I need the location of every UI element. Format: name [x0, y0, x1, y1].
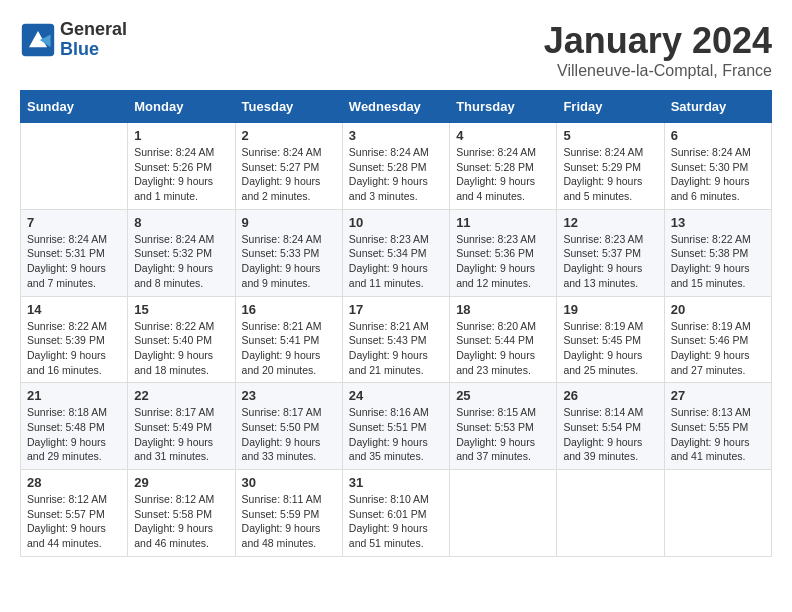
calendar-cell — [664, 470, 771, 557]
day-number: 30 — [242, 475, 336, 490]
weekday-header-tuesday: Tuesday — [235, 91, 342, 123]
day-info: Sunrise: 8:24 AM Sunset: 5:27 PM Dayligh… — [242, 145, 336, 204]
calendar-cell: 6Sunrise: 8:24 AM Sunset: 5:30 PM Daylig… — [664, 123, 771, 210]
calendar-cell: 2Sunrise: 8:24 AM Sunset: 5:27 PM Daylig… — [235, 123, 342, 210]
calendar-cell: 14Sunrise: 8:22 AM Sunset: 5:39 PM Dayli… — [21, 296, 128, 383]
day-number: 3 — [349, 128, 443, 143]
day-info: Sunrise: 8:20 AM Sunset: 5:44 PM Dayligh… — [456, 319, 550, 378]
day-info: Sunrise: 8:22 AM Sunset: 5:40 PM Dayligh… — [134, 319, 228, 378]
calendar-cell: 19Sunrise: 8:19 AM Sunset: 5:45 PM Dayli… — [557, 296, 664, 383]
calendar-cell: 18Sunrise: 8:20 AM Sunset: 5:44 PM Dayli… — [450, 296, 557, 383]
day-number: 17 — [349, 302, 443, 317]
calendar-cell: 9Sunrise: 8:24 AM Sunset: 5:33 PM Daylig… — [235, 209, 342, 296]
day-number: 2 — [242, 128, 336, 143]
day-number: 18 — [456, 302, 550, 317]
calendar-cell: 1Sunrise: 8:24 AM Sunset: 5:26 PM Daylig… — [128, 123, 235, 210]
day-info: Sunrise: 8:24 AM Sunset: 5:32 PM Dayligh… — [134, 232, 228, 291]
month-year-title: January 2024 — [544, 20, 772, 62]
calendar-week-row: 7Sunrise: 8:24 AM Sunset: 5:31 PM Daylig… — [21, 209, 772, 296]
page-header: General Blue January 2024 Villeneuve-la-… — [20, 20, 772, 80]
day-number: 24 — [349, 388, 443, 403]
calendar-cell: 3Sunrise: 8:24 AM Sunset: 5:28 PM Daylig… — [342, 123, 449, 210]
day-number: 25 — [456, 388, 550, 403]
day-number: 7 — [27, 215, 121, 230]
title-block: January 2024 Villeneuve-la-Comptal, Fran… — [544, 20, 772, 80]
weekday-header-saturday: Saturday — [664, 91, 771, 123]
day-info: Sunrise: 8:23 AM Sunset: 5:34 PM Dayligh… — [349, 232, 443, 291]
day-number: 31 — [349, 475, 443, 490]
day-number: 26 — [563, 388, 657, 403]
day-number: 9 — [242, 215, 336, 230]
day-number: 1 — [134, 128, 228, 143]
day-info: Sunrise: 8:21 AM Sunset: 5:43 PM Dayligh… — [349, 319, 443, 378]
day-info: Sunrise: 8:12 AM Sunset: 5:57 PM Dayligh… — [27, 492, 121, 551]
logo-general-text: General — [60, 19, 127, 39]
day-info: Sunrise: 8:23 AM Sunset: 5:37 PM Dayligh… — [563, 232, 657, 291]
calendar-cell: 24Sunrise: 8:16 AM Sunset: 5:51 PM Dayli… — [342, 383, 449, 470]
calendar-week-row: 28Sunrise: 8:12 AM Sunset: 5:57 PM Dayli… — [21, 470, 772, 557]
calendar-week-row: 14Sunrise: 8:22 AM Sunset: 5:39 PM Dayli… — [21, 296, 772, 383]
calendar-cell: 12Sunrise: 8:23 AM Sunset: 5:37 PM Dayli… — [557, 209, 664, 296]
day-info: Sunrise: 8:24 AM Sunset: 5:28 PM Dayligh… — [349, 145, 443, 204]
location-subtitle: Villeneuve-la-Comptal, France — [544, 62, 772, 80]
weekday-header-friday: Friday — [557, 91, 664, 123]
day-info: Sunrise: 8:22 AM Sunset: 5:38 PM Dayligh… — [671, 232, 765, 291]
calendar-cell: 28Sunrise: 8:12 AM Sunset: 5:57 PM Dayli… — [21, 470, 128, 557]
day-info: Sunrise: 8:12 AM Sunset: 5:58 PM Dayligh… — [134, 492, 228, 551]
day-info: Sunrise: 8:16 AM Sunset: 5:51 PM Dayligh… — [349, 405, 443, 464]
day-number: 14 — [27, 302, 121, 317]
calendar-cell: 26Sunrise: 8:14 AM Sunset: 5:54 PM Dayli… — [557, 383, 664, 470]
day-number: 20 — [671, 302, 765, 317]
day-number: 6 — [671, 128, 765, 143]
day-info: Sunrise: 8:10 AM Sunset: 6:01 PM Dayligh… — [349, 492, 443, 551]
calendar-cell: 11Sunrise: 8:23 AM Sunset: 5:36 PM Dayli… — [450, 209, 557, 296]
weekday-header-monday: Monday — [128, 91, 235, 123]
calendar-cell: 30Sunrise: 8:11 AM Sunset: 5:59 PM Dayli… — [235, 470, 342, 557]
calendar-cell: 31Sunrise: 8:10 AM Sunset: 6:01 PM Dayli… — [342, 470, 449, 557]
day-info: Sunrise: 8:24 AM Sunset: 5:30 PM Dayligh… — [671, 145, 765, 204]
day-number: 29 — [134, 475, 228, 490]
day-info: Sunrise: 8:24 AM Sunset: 5:26 PM Dayligh… — [134, 145, 228, 204]
day-number: 8 — [134, 215, 228, 230]
calendar-cell: 23Sunrise: 8:17 AM Sunset: 5:50 PM Dayli… — [235, 383, 342, 470]
calendar-cell: 27Sunrise: 8:13 AM Sunset: 5:55 PM Dayli… — [664, 383, 771, 470]
logo-icon — [20, 22, 56, 58]
calendar-week-row: 1Sunrise: 8:24 AM Sunset: 5:26 PM Daylig… — [21, 123, 772, 210]
day-number: 11 — [456, 215, 550, 230]
day-number: 22 — [134, 388, 228, 403]
weekday-header-thursday: Thursday — [450, 91, 557, 123]
day-info: Sunrise: 8:19 AM Sunset: 5:45 PM Dayligh… — [563, 319, 657, 378]
day-number: 12 — [563, 215, 657, 230]
calendar-cell: 20Sunrise: 8:19 AM Sunset: 5:46 PM Dayli… — [664, 296, 771, 383]
calendar-cell: 15Sunrise: 8:22 AM Sunset: 5:40 PM Dayli… — [128, 296, 235, 383]
day-info: Sunrise: 8:13 AM Sunset: 5:55 PM Dayligh… — [671, 405, 765, 464]
day-number: 21 — [27, 388, 121, 403]
calendar-table: SundayMondayTuesdayWednesdayThursdayFrid… — [20, 90, 772, 557]
logo-text: General Blue — [60, 20, 127, 60]
calendar-cell: 16Sunrise: 8:21 AM Sunset: 5:41 PM Dayli… — [235, 296, 342, 383]
day-info: Sunrise: 8:17 AM Sunset: 5:50 PM Dayligh… — [242, 405, 336, 464]
day-info: Sunrise: 8:19 AM Sunset: 5:46 PM Dayligh… — [671, 319, 765, 378]
day-info: Sunrise: 8:15 AM Sunset: 5:53 PM Dayligh… — [456, 405, 550, 464]
day-number: 28 — [27, 475, 121, 490]
day-info: Sunrise: 8:24 AM Sunset: 5:33 PM Dayligh… — [242, 232, 336, 291]
calendar-cell: 7Sunrise: 8:24 AM Sunset: 5:31 PM Daylig… — [21, 209, 128, 296]
day-number: 5 — [563, 128, 657, 143]
calendar-cell: 10Sunrise: 8:23 AM Sunset: 5:34 PM Dayli… — [342, 209, 449, 296]
calendar-cell — [557, 470, 664, 557]
day-number: 13 — [671, 215, 765, 230]
calendar-cell: 29Sunrise: 8:12 AM Sunset: 5:58 PM Dayli… — [128, 470, 235, 557]
day-info: Sunrise: 8:23 AM Sunset: 5:36 PM Dayligh… — [456, 232, 550, 291]
calendar-cell — [450, 470, 557, 557]
day-number: 10 — [349, 215, 443, 230]
calendar-cell: 13Sunrise: 8:22 AM Sunset: 5:38 PM Dayli… — [664, 209, 771, 296]
day-number: 27 — [671, 388, 765, 403]
day-number: 15 — [134, 302, 228, 317]
day-info: Sunrise: 8:11 AM Sunset: 5:59 PM Dayligh… — [242, 492, 336, 551]
day-info: Sunrise: 8:24 AM Sunset: 5:28 PM Dayligh… — [456, 145, 550, 204]
calendar-week-row: 21Sunrise: 8:18 AM Sunset: 5:48 PM Dayli… — [21, 383, 772, 470]
day-info: Sunrise: 8:17 AM Sunset: 5:49 PM Dayligh… — [134, 405, 228, 464]
calendar-cell: 8Sunrise: 8:24 AM Sunset: 5:32 PM Daylig… — [128, 209, 235, 296]
calendar-cell: 22Sunrise: 8:17 AM Sunset: 5:49 PM Dayli… — [128, 383, 235, 470]
weekday-header-wednesday: Wednesday — [342, 91, 449, 123]
